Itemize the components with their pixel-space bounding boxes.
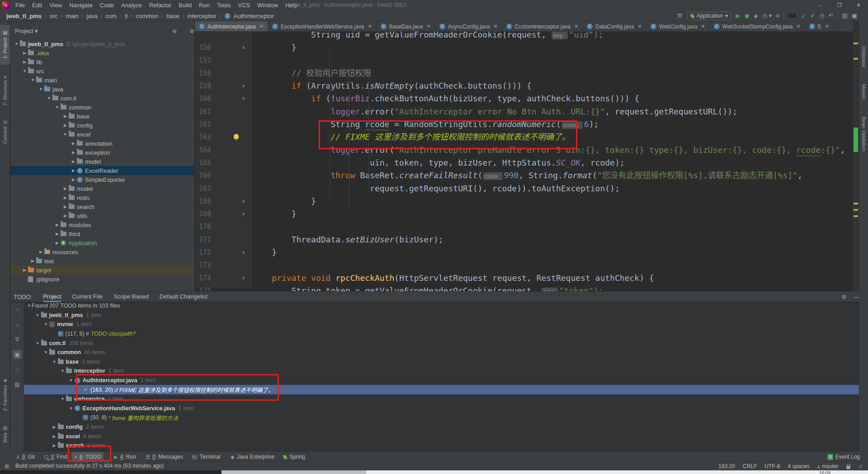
gear-icon[interactable]: ⚙: [189, 28, 194, 34]
tool-window-button-spring[interactable]: Spring: [280, 452, 308, 462]
tab-close-icon[interactable]: ✕: [493, 24, 497, 29]
expand-arrow-icon[interactable]: ▶: [30, 259, 35, 263]
stripe-item-1-project[interactable]: 1: Project ▤: [0, 25, 10, 65]
menu-run[interactable]: Run: [195, 0, 213, 11]
menu-view[interactable]: View: [46, 0, 66, 11]
intention-bulb-icon[interactable]: [234, 134, 239, 139]
menu-analyze[interactable]: Analyze: [118, 0, 146, 11]
breadcrumb-interceptior[interactable]: interceptior: [187, 13, 217, 19]
project-tree-item-config[interactable]: ▶config: [10, 121, 194, 130]
expand-arrow-icon[interactable]: ▶: [55, 223, 60, 227]
collapse-arrow-icon[interactable]: ▼: [14, 42, 19, 46]
error-stripe-mark[interactable]: [854, 203, 858, 204]
collapse-arrow-icon[interactable]: ▼: [43, 350, 48, 355]
todo-tree-item-com-tl[interactable]: ▼com.tl206 items: [24, 338, 859, 348]
todo-tree-item-config[interactable]: ▶config2 items: [24, 422, 859, 432]
code-line[interactable]: if (!userBiz.checkButtonAuth(bizUser, ty…: [252, 92, 853, 105]
tab-authinterceptor-java[interactable]: CAuthInterceptor.java✕: [195, 21, 268, 32]
collapse-arrow-icon[interactable]: ▼: [60, 397, 65, 401]
error-stripe-mark[interactable]: [854, 58, 858, 60]
expand-arrow-icon[interactable]: ▶: [52, 443, 57, 448]
collapse-arrow-icon[interactable]: ▼: [35, 341, 40, 346]
breadcrumb-common[interactable]: common: [135, 13, 159, 19]
code-line[interactable]: uin, token, type, bizUser, HttpStatus.SC…: [252, 156, 853, 169]
project-tree-item-simpleexporter[interactable]: ▶CSimpleExporter: [10, 175, 194, 184]
expand-arrow-icon[interactable]: ▶: [55, 232, 60, 236]
update-project-icon[interactable]: ↙: [801, 11, 806, 21]
error-stripe-mark[interactable]: [854, 209, 858, 211]
tool-window-button-4-run[interactable]: ▶4: Run: [111, 452, 139, 462]
tool-window-button-3-find[interactable]: 3: Find: [42, 452, 70, 462]
expand-arrow-icon[interactable]: ▶: [52, 434, 57, 439]
collapse-arrow-icon[interactable]: ▼: [27, 303, 32, 308]
project-tree-item-modules[interactable]: ▶modules: [10, 220, 194, 229]
tab-basedao-java[interactable]: CBaseDao.java✕: [377, 21, 435, 32]
todo-tree-item-mvnw[interactable]: ▼>mvnw1 item: [24, 320, 859, 329]
menu-window[interactable]: Window: [254, 0, 282, 11]
breadcrumb-java[interactable]: java: [86, 13, 99, 19]
project-tree-item-exception[interactable]: ▶exception: [10, 148, 194, 157]
expand-arrow-icon[interactable]: ▶: [63, 204, 68, 209]
project-tree-item-com-tl[interactable]: ▼com.tl: [10, 94, 194, 103]
fold-marker-icon[interactable]: ∨: [242, 92, 245, 105]
collapse-arrow-icon[interactable]: ▼: [22, 69, 27, 73]
todo-tree-item-jweb-tl-pms[interactable]: ▼jweb_tl_pms1 item: [24, 311, 859, 320]
project-tree-item-main[interactable]: ▼main: [10, 76, 194, 85]
code-line[interactable]: [252, 54, 853, 67]
project-tree-item-target[interactable]: ▶target: [10, 265, 194, 275]
collapse-arrow-icon[interactable]: ▼: [47, 96, 52, 100]
run-configuration-combo[interactable]: Application▾: [687, 12, 732, 20]
tab-close-icon[interactable]: ✕: [574, 24, 578, 29]
collapse-arrow-icon[interactable]: ▼: [30, 78, 35, 82]
editor-code-area[interactable]: String uid = getValueFromHeaderOrCookie(…: [252, 32, 853, 288]
fold-marker-icon[interactable]: ∧: [242, 246, 245, 259]
project-tree-item-lib[interactable]: ▶lib: [10, 57, 194, 66]
expand-arrow-icon[interactable]: ▶: [71, 159, 76, 164]
expand-arrow-icon[interactable]: ▶: [71, 150, 76, 155]
commit-icon[interactable]: ✔: [810, 11, 815, 21]
locate-icon[interactable]: ⊕: [172, 28, 177, 34]
collapse-arrow-icon[interactable]: ▼: [60, 369, 65, 373]
project-tree-item-excel[interactable]: ▼excel: [10, 130, 194, 139]
code-line[interactable]: String rcode = RandomStringUtils.randomN…: [252, 118, 853, 131]
close-button[interactable]: ✕: [849, 0, 868, 11]
line-separator[interactable]: CRLF: [743, 463, 757, 469]
code-line[interactable]: // 校验用户按钮权限: [252, 67, 853, 80]
menu-navigate[interactable]: Navigate: [66, 0, 96, 11]
code-line[interactable]: logger.error("AuthInterceptor error No B…: [252, 105, 853, 118]
code-line[interactable]: }: [252, 195, 853, 208]
project-tree-item-resources[interactable]: ▶resources: [10, 247, 194, 256]
collapse-arrow-icon[interactable]: ▼: [69, 406, 74, 411]
tool-window-button-0-messages[interactable]: ☰0: Messages: [143, 452, 186, 462]
breadcrumb-jweb-tl-pms[interactable]: jweb_tl_pms: [5, 13, 42, 19]
todo-tree-item-base[interactable]: ▼base2 items: [24, 357, 859, 367]
expand-arrow-icon[interactable]: ▶: [63, 213, 68, 218]
project-tree-item-model[interactable]: ▶model: [10, 184, 194, 193]
git-branch-widget[interactable]: Ymaster: [817, 463, 838, 469]
rollback-icon[interactable]: ↶: [829, 11, 834, 21]
code-line[interactable]: String uid = getValueFromHeaderOrCookie(…: [252, 32, 853, 41]
error-stripe[interactable]: [853, 21, 859, 291]
coverage-icon[interactable]: ◈: [754, 11, 758, 21]
expand-arrow-icon[interactable]: ▶: [71, 177, 76, 182]
collapse-arrow-icon[interactable]: ▼: [38, 87, 43, 91]
maximize-button[interactable]: ❐: [830, 0, 849, 11]
code-line[interactable]: private void rpcCheckAuth(HttpServletReq…: [252, 272, 853, 284]
breadcrumb-tl[interactable]: tl: [124, 13, 129, 19]
project-panel-title[interactable]: Project ▾: [15, 28, 38, 34]
fold-marker-icon[interactable]: ∧: [242, 41, 245, 54]
menu-tools[interactable]: Tools: [213, 0, 234, 11]
build-hammer-icon[interactable]: ⚒: [677, 11, 683, 21]
stripe-item-2-favorites[interactable]: 2: Favorites ★: [0, 371, 10, 418]
project-tree-item-application[interactable]: ▶Application: [10, 238, 194, 247]
project-tree-item-common[interactable]: ▼common: [10, 103, 194, 112]
todo-tab-scope-based[interactable]: Scope Based: [113, 291, 148, 302]
code-editor[interactable]: 156∧157158159∨160∨1611621631641651661671…: [195, 32, 853, 291]
preview-icon[interactable]: ▤: [13, 380, 22, 389]
expand-arrow-icon[interactable]: ▶: [63, 123, 68, 128]
minimize-button[interactable]: –: [811, 0, 830, 11]
project-tree-item-search[interactable]: ▶search: [10, 202, 194, 211]
group-by-icon[interactable]: ∷: [13, 365, 22, 374]
stop-icon[interactable]: ■: [776, 11, 779, 21]
todo-tree-item-found-207-todo-items-in-103-files[interactable]: ▼Found 207 TODO items in 103 files: [24, 301, 859, 311]
